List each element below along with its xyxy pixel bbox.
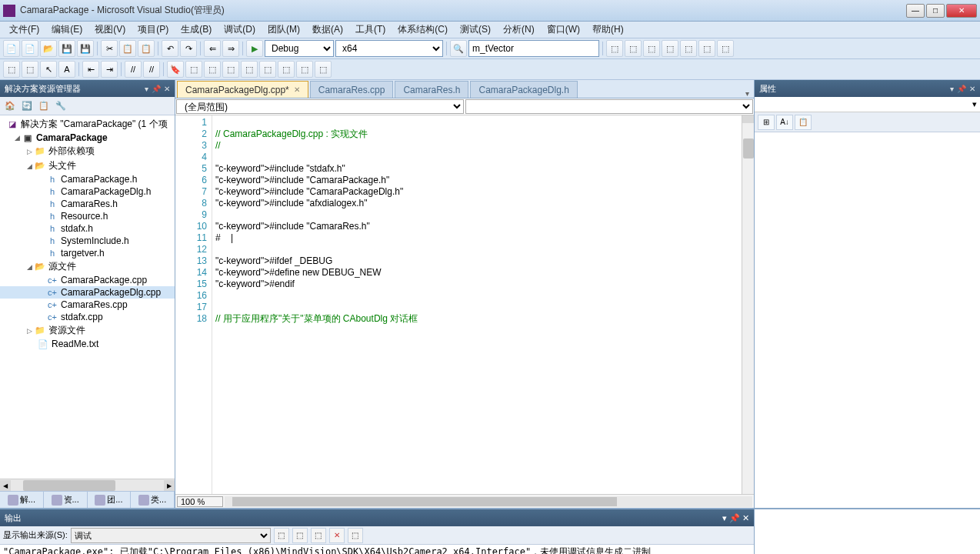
tree-file[interactable]: hResource.h [0, 210, 175, 222]
doc-tab-active[interactable]: CamaraPackageDlg.cpp*✕ [177, 81, 308, 98]
tb2-d[interactable]: ⬚ [222, 61, 239, 78]
bookmark-button[interactable]: 🔖 [167, 61, 184, 78]
open-button[interactable]: 📂 [40, 40, 57, 57]
scroll-thumb[interactable] [23, 480, 115, 491]
tree-file[interactable]: hstdafx.h [0, 222, 175, 235]
maximize-button[interactable]: □ [926, 4, 945, 18]
indent-less-button[interactable]: ⇤ [82, 61, 99, 78]
config-select[interactable]: Debug [265, 40, 334, 57]
nav-fwd-button[interactable]: ⇒ [222, 40, 239, 57]
code-text[interactable]: // CamaraPackageDlg.cpp : 实现文件// "c-keyw… [212, 115, 742, 494]
menu-data[interactable]: 数据(A) [306, 22, 349, 38]
tb2-2[interactable]: ⬚ [22, 61, 38, 78]
cut-button[interactable]: ✂ [101, 40, 118, 57]
tb-ext2[interactable]: ⬚ [625, 40, 642, 57]
hscroll-thumb[interactable] [232, 497, 617, 506]
wrap-output-icon[interactable]: ⬚ [348, 528, 363, 543]
redo-button[interactable]: ↷ [180, 40, 197, 57]
panel-close-icon[interactable]: ✕ [742, 513, 749, 522]
output-text[interactable]: "CamaraPackage.exe": 已加载"C:\Program File… [0, 545, 754, 554]
find-input[interactable] [468, 40, 599, 57]
prop-pages-icon[interactable]: 📋 [795, 115, 812, 130]
save-button[interactable]: 💾 [58, 40, 75, 57]
properties-icon[interactable]: 🔧 [54, 99, 68, 113]
tree-file[interactable]: c+CamaraPackage.cpp [0, 274, 175, 286]
platform-select[interactable]: x64 [335, 40, 443, 57]
expand-icon[interactable]: ▷ [25, 148, 34, 155]
nav-back-button[interactable]: ⇐ [204, 40, 221, 57]
vscroll-thumb[interactable] [743, 138, 754, 159]
tb2-4[interactable]: A [58, 61, 75, 78]
scroll-left-icon[interactable]: ◀ [0, 480, 11, 491]
tb-ext6[interactable]: ⬚ [698, 40, 715, 57]
output-source-select[interactable]: 调试 [71, 528, 271, 543]
tb2-b[interactable]: ⬚ [185, 61, 202, 78]
tb-ext3[interactable]: ⬚ [643, 40, 660, 57]
tb2-1[interactable]: ⬚ [3, 61, 20, 78]
menu-project[interactable]: 项目(P) [132, 22, 175, 38]
menu-debug[interactable]: 调试(D) [218, 22, 262, 38]
menu-help[interactable]: 帮助(H) [586, 22, 630, 38]
doc-tab[interactable]: CamaraRes.cpp [310, 81, 394, 98]
doc-tab[interactable]: CamaraPackageDlg.h [470, 81, 577, 98]
new-project-button[interactable]: 📄 [3, 40, 20, 57]
ot-btn-2[interactable]: ⬚ [292, 528, 308, 543]
code-editor[interactable]: 123456789101112131415161718 // CamaraPac… [175, 115, 754, 494]
tab-overflow-icon[interactable]: ▾ [745, 89, 754, 98]
tb2-f[interactable]: ⬚ [259, 61, 276, 78]
tree-file[interactable]: c+stdafx.cpp [0, 311, 175, 323]
panel-dropdown-icon[interactable]: ▾ [722, 513, 727, 522]
undo-button[interactable]: ↶ [162, 40, 178, 57]
copy-button[interactable]: 📋 [119, 40, 136, 57]
panel-dropdown-icon[interactable]: ▾ [950, 85, 954, 93]
expand-icon[interactable]: ▷ [25, 327, 34, 335]
indent-more-button[interactable]: ⇥ [101, 61, 118, 78]
tree-file[interactable]: c+CamaraRes.cpp [0, 299, 175, 311]
zoom-select[interactable]: 100 % [177, 496, 223, 507]
panel-close-icon[interactable]: ✕ [164, 85, 170, 93]
menu-test[interactable]: 测试(S) [454, 22, 497, 38]
clear-output-icon[interactable]: ✕ [329, 528, 345, 543]
tree-solution[interactable]: ◪ 解决方案 "CamaraPackage" (1 个项 [0, 117, 175, 132]
menu-build[interactable]: 生成(B) [175, 22, 218, 38]
tree-file[interactable]: hSystemInclude.h [0, 235, 175, 247]
tree-project[interactable]: ◢ ▣ CamaraPackage [0, 132, 175, 144]
panel-close-icon[interactable]: ✕ [969, 85, 975, 93]
tb2-h[interactable]: ⬚ [296, 61, 313, 78]
tb2-3[interactable]: ↖ [40, 61, 57, 78]
tree-file-active[interactable]: c+CamaraPackageDlg.cpp [0, 286, 175, 299]
panel-pin-icon[interactable]: 📌 [729, 513, 740, 522]
panel-pin-icon[interactable]: 📌 [152, 85, 161, 93]
tb2-g[interactable]: ⬚ [278, 61, 295, 78]
tab-solution[interactable]: 解... [0, 492, 44, 508]
menu-file[interactable]: 文件(F) [3, 22, 45, 38]
tree-sources-folder[interactable]: ◢ 📂 源文件 [0, 259, 175, 274]
tree-ext-deps[interactable]: ▷ 📁 外部依赖项 [0, 144, 175, 159]
tree-file[interactable]: hCamaraPackage.h [0, 173, 175, 185]
close-button[interactable]: ✕ [946, 4, 977, 18]
comment-button[interactable]: // [125, 61, 142, 78]
code-vscrollbar[interactable] [742, 115, 754, 494]
expand-icon[interactable]: ◢ [12, 134, 22, 142]
menu-analyze[interactable]: 分析(N) [497, 22, 541, 38]
paste-button[interactable]: 📋 [138, 40, 155, 57]
tb2-c[interactable]: ⬚ [204, 61, 221, 78]
alpha-sort-icon[interactable]: A↓ [776, 115, 793, 130]
panel-pin-icon[interactable]: 📌 [957, 85, 966, 93]
tree-file[interactable]: htargetver.h [0, 247, 175, 259]
add-item-button[interactable]: 📄 [22, 40, 38, 57]
tb-ext4[interactable]: ⬚ [662, 40, 678, 57]
menu-window[interactable]: 窗口(W) [541, 22, 586, 38]
tb2-e[interactable]: ⬚ [241, 61, 258, 78]
save-all-button[interactable]: 💾 [77, 40, 94, 57]
categorize-icon[interactable]: ⊞ [758, 115, 775, 130]
panel-dropdown-icon[interactable]: ▾ [145, 85, 148, 93]
refresh-icon[interactable]: 🔄 [20, 99, 34, 113]
close-tab-icon[interactable]: ✕ [294, 85, 300, 94]
tab-team[interactable]: 团... [88, 492, 132, 508]
menu-view[interactable]: 视图(V) [88, 22, 132, 38]
start-debug-button[interactable]: ▶ [246, 40, 263, 57]
tree-headers-folder[interactable]: ◢ 📂 头文件 [0, 159, 175, 173]
code-hscrollbar[interactable] [225, 496, 752, 507]
tree-file[interactable]: hCamaraPackageDlg.h [0, 185, 175, 198]
